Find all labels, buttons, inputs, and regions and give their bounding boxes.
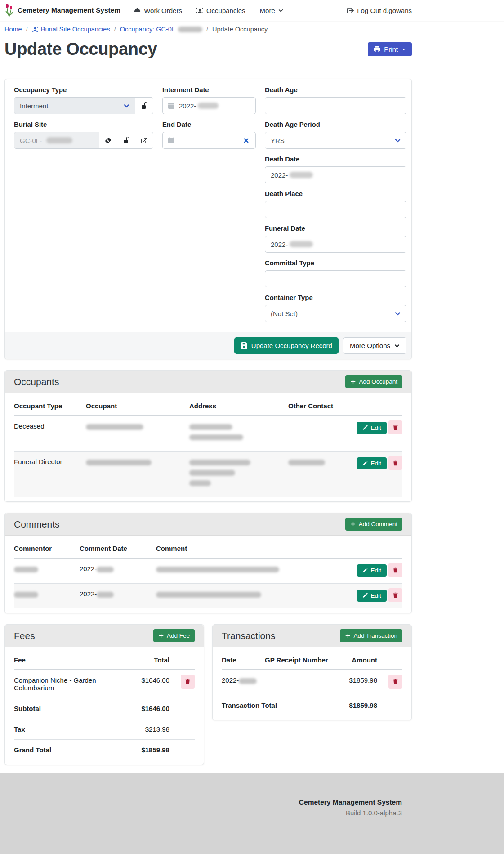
trash-icon [392,460,398,466]
redacted-text [86,460,152,465]
redacted-text [97,592,114,598]
edit-label: Edit [371,460,381,467]
redacted-text [189,460,250,465]
breadcrumb-separator: / [206,26,208,33]
save-icon [241,342,247,349]
redacted-text [46,137,72,143]
occupancy-type-unlock-button[interactable] [135,97,153,114]
end-date-clear-button[interactable] [242,137,250,144]
burial-site-open-link-button[interactable] [135,132,153,149]
add-occupant-label: Add Occupant [359,378,397,385]
breadcrumb-burial-site-occupancies[interactable]: Burial Site Occupancies [32,26,110,33]
more-options-button[interactable]: More Options [343,337,406,354]
add-transaction-button[interactable]: Add Transaction [340,629,402,642]
table-header-row: Date GP Receipt Number Amount [222,651,402,670]
delete-occupant-button[interactable] [388,420,402,434]
death-age-period-select[interactable]: YRS [265,132,406,149]
tax-value: $213.98 [132,719,173,740]
occupancy-type-select[interactable]: Interment [14,97,135,114]
death-age-period-value: YRS [271,137,285,144]
add-fee-button[interactable]: Add Fee [153,629,195,642]
end-date-input[interactable] [162,132,256,149]
nav-more[interactable]: More [260,7,283,14]
col-comment-date: Comment Date [76,539,152,558]
burial-site-clear-button[interactable] [99,132,117,149]
funeral-date-input[interactable]: 2022- [265,236,406,253]
delete-occupant-button[interactable] [388,456,402,470]
death-age-input[interactable] [265,97,406,114]
occupant-type-cell: Deceased [14,416,82,452]
col-actions [348,397,402,416]
logout-link[interactable]: Log Out d.gowans [347,7,412,14]
table-row: 2022- Edit [14,558,402,584]
trash-icon [392,592,398,598]
table-row: Funeral Director [14,452,402,497]
pencil-icon [362,593,368,598]
container-type-select[interactable]: (Not Set) [265,305,406,322]
delete-comment-button[interactable] [388,563,402,577]
comments-table: Commentor Comment Date Comment 2022- [14,539,402,608]
death-date-input[interactable]: 2022- [265,166,406,183]
comment-date-prefix: 2022- [80,565,97,572]
interment-date-input[interactable]: 2022- [162,97,256,114]
person-bounding-box-icon [196,7,203,14]
delete-fee-button[interactable] [181,675,195,689]
redacted-text [14,567,38,572]
redacted-text [288,460,325,465]
brand-link[interactable]: Cemetery Management System [4,4,120,17]
chevron-down-icon [278,8,283,13]
table-row: Companion Niche - Garden Columbarium $16… [14,670,195,698]
breadcrumb-occupancy[interactable]: Occupancy: GC-0L [120,26,202,33]
table-header-row: Fee Total [14,651,195,670]
print-button[interactable]: Print [368,42,412,56]
add-occupant-button[interactable]: Add Occupant [345,375,402,388]
add-comment-button[interactable]: Add Comment [345,518,402,531]
col-date: Date [222,651,261,670]
redacted-text [189,480,211,486]
unlock-icon [123,137,130,144]
occupants-title: Occupants [14,376,59,387]
interment-date-label: Interment Date [162,86,256,94]
nav-occupancies[interactable]: Occupancies [196,7,245,14]
occupants-table: Occupant Type Occupant Address Other Con… [14,397,402,497]
fees-title: Fees [14,630,35,641]
redacted-text [14,592,38,598]
calendar-icon [168,103,174,109]
hard-hat-icon [134,7,141,14]
add-fee-label: Add Fee [167,632,190,639]
interment-date-value-prefix: 2022- [179,102,196,110]
delete-comment-button[interactable] [388,588,402,602]
trash-icon [392,567,398,573]
table-row: Deceased Edit [14,416,402,452]
redacted-text [178,27,202,32]
fees-table: Fee Total Companion Niche - Garden Colum… [14,651,195,760]
edit-occupant-button[interactable]: Edit [357,422,387,434]
subtotal-row: Subtotal $1646.00 [14,698,195,719]
redacted-text [239,678,257,684]
breadcrumb-separator: / [114,26,116,33]
breadcrumb-home[interactable]: Home [4,26,22,33]
col-commentor: Commentor [14,539,76,558]
delete-transaction-button[interactable] [388,675,402,689]
burial-site-label: Burial Site [14,121,153,128]
burial-site-unlock-button[interactable] [117,132,135,149]
col-other-contact: Other Contact [285,397,348,416]
update-occupancy-record-button[interactable]: Update Occupancy Record [234,337,339,354]
committal-type-label: Committal Type [265,259,406,267]
page-title: Update Occupancy [4,40,157,59]
transaction-total-value: $1859.98 [338,695,381,716]
edit-comment-button[interactable]: Edit [357,564,387,577]
redacted-text [290,241,313,247]
col-gp-receipt-number: GP Receipt Number [261,651,338,670]
edit-occupant-button[interactable]: Edit [357,457,387,469]
end-date-label: End Date [162,121,256,128]
edit-comment-button[interactable]: Edit [357,590,387,602]
death-date-label: Death Date [265,156,406,163]
burial-site-input[interactable]: GC-0L- [14,132,99,149]
committal-type-input[interactable] [265,270,406,287]
nav-work-orders[interactable]: Work Orders [134,7,182,14]
trash-icon [392,679,398,684]
top-navbar: Cemetery Management System Work Orders O… [0,0,504,21]
death-place-input[interactable] [265,201,406,218]
table-header-row: Commentor Comment Date Comment [14,539,402,558]
